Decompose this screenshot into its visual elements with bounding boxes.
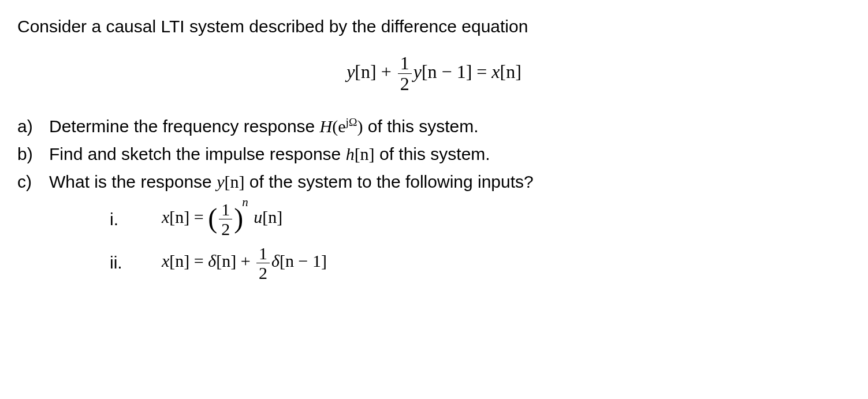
sub-i-u: u — [254, 208, 262, 227]
eq-frac: 12 — [398, 53, 412, 94]
parts-list: a) Determine the frequency response H(ej… — [17, 114, 851, 286]
sub-ii-d2: δ — [271, 251, 280, 270]
sub-ii-plus: + — [236, 251, 255, 270]
sub-ii-eq: x[n] = δ[n] + 12δ[n − 1] — [162, 244, 327, 282]
eq-y1: y — [347, 61, 355, 82]
subpart-ii: ii. x[n] = δ[n] + 12δ[n − 1] — [110, 244, 851, 282]
sub-ii-frac: 12 — [256, 244, 270, 282]
part-a: a) Determine the frequency response H(ej… — [17, 114, 851, 139]
eq-equals: = — [472, 61, 491, 82]
intro-text: Consider a causal LTI system described b… — [17, 14, 851, 39]
eq-arg2: [n − 1] — [422, 61, 472, 82]
part-a-exp: jΩ — [346, 116, 357, 128]
sub-ii-marker: ii. — [110, 251, 162, 275]
sub-ii-arg3: [n − 1] — [280, 251, 327, 270]
subparts-list: i. x[n] = (12)n u[n] ii. x[n] = δ[n] + 1… — [110, 200, 851, 282]
part-c-y: y — [217, 172, 224, 191]
eq-frac-num: 1 — [398, 53, 412, 74]
part-b-marker: b) — [17, 142, 49, 166]
part-a-marker: a) — [17, 114, 49, 139]
part-a-H: H — [320, 117, 333, 136]
main-equation: y[n] + 12y[n − 1] = x[n] — [17, 53, 851, 94]
part-b-h: h — [346, 144, 355, 163]
sub-ii-arg2: [n] — [216, 251, 236, 270]
eq-arg3: [n] — [500, 61, 521, 82]
sub-ii-arg1: [n] — [169, 251, 189, 270]
part-b-arg: [n] — [355, 144, 375, 163]
part-b-text2: of this system. — [375, 144, 490, 163]
sub-i-marker: i. — [110, 207, 162, 232]
sub-i-frac-num: 1 — [219, 200, 232, 219]
eq-x: x — [491, 61, 500, 82]
part-a-paren-close: ) — [357, 117, 363, 136]
sub-i-eq: x[n] = (12)n u[n] — [162, 200, 282, 238]
part-c: c) What is the response y[n] of the syst… — [17, 170, 851, 286]
sub-i-x: x — [162, 208, 169, 227]
part-a-text1: Determine the frequency response — [49, 117, 320, 136]
sub-i-arg2: [n] — [262, 208, 282, 227]
sub-i-frac-den: 2 — [219, 219, 232, 238]
eq-y2: y — [413, 61, 422, 82]
part-c-marker: c) — [17, 170, 49, 286]
sub-i-equals: = — [189, 208, 208, 227]
sub-i-exp: n — [242, 195, 248, 209]
part-c-content: What is the response y[n] of the system … — [49, 170, 851, 286]
part-c-text2: of the system to the following inputs? — [244, 172, 533, 191]
sub-i-frac: 12 — [219, 200, 232, 238]
part-c-arg: [n] — [224, 172, 244, 191]
eq-plus: + — [377, 61, 396, 82]
sub-ii-d1: δ — [208, 251, 216, 270]
sub-ii-x: x — [162, 251, 169, 270]
eq-frac-den: 2 — [398, 74, 412, 94]
part-b-content: Find and sketch the impulse response h[n… — [49, 142, 851, 166]
sub-ii-frac-num: 1 — [256, 244, 270, 263]
part-a-e: e — [338, 117, 345, 136]
part-b-text1: Find and sketch the impulse response — [49, 144, 346, 163]
part-c-text1: What is the response — [49, 172, 217, 191]
part-a-text2: of this system. — [363, 117, 479, 136]
subpart-i: i. x[n] = (12)n u[n] — [110, 200, 851, 238]
eq-arg1: [n] — [355, 61, 376, 82]
sub-i-arg1: [n] — [169, 208, 189, 227]
sub-ii-frac-den: 2 — [256, 263, 270, 282]
part-a-paren-open: ( — [332, 117, 338, 136]
part-b: b) Find and sketch the impulse response … — [17, 142, 851, 166]
part-a-content: Determine the frequency response H(ejΩ) … — [49, 114, 851, 139]
sub-ii-equals: = — [189, 251, 208, 270]
